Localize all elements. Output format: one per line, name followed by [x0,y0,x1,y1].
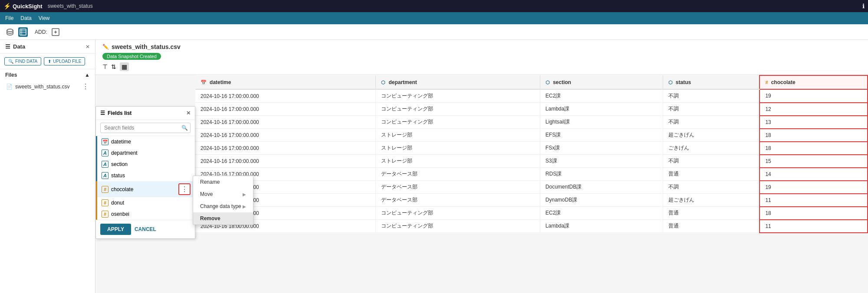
table-cell: 12 [760,103,868,116]
table-cell: データベース部 [376,194,540,207]
table-row: 2024-10-16 18:00:00.000コンピューティング部EC2課普通1… [195,207,868,220]
file-options-icon[interactable]: ⋮ [82,82,89,91]
context-menu-item[interactable]: Remove [193,212,253,225]
field-item[interactable]: # chocolate ⋮ [96,181,195,197]
table-cell: 19 [760,89,868,103]
content-toolbar: ⊤ ⇅ ▦ [102,62,861,71]
file-name: sweets_with_status.csv [15,84,69,90]
find-data-icon: 🔍 [8,59,13,64]
table-cell: 14 [760,168,868,181]
field-type-icon: # [102,199,108,206]
table-row: 2024-10-16 17:00:00.000ストレージ部S3課不調15 [195,155,868,168]
filter-icon[interactable]: ⊤ [102,63,108,70]
column-header[interactable]: 📅 datetime [195,75,376,89]
field-list: 📅 datetime A department A section A stat… [96,136,195,220]
title-filename: sweets_with_status [48,3,93,9]
field-type-icon: 📅 [102,138,108,145]
files-section: Files ▲ 📄 sweets_with_status.csv ⋮ [0,69,95,95]
pencil-icon[interactable]: ✏️ [102,44,109,50]
files-list: 📄 sweets_with_status.csv ⋮ [5,81,90,92]
field-item[interactable]: A status [96,170,195,181]
column-header[interactable]: ⬡ department [376,75,540,89]
app-name: QuickSight [13,3,43,10]
field-item[interactable]: A department [96,147,195,159]
table-row: 2024-10-16 17:00:00.000データベース部RDS課普通14 [195,168,868,181]
search-input[interactable] [100,123,191,133]
dataset-icon[interactable] [18,27,28,37]
field-item[interactable]: # osenbei [96,208,195,220]
help-icon[interactable]: ℹ [862,3,865,10]
column-header[interactable]: ⬡ section [540,75,663,89]
fields-panel-title: Fields list [108,110,132,116]
table-cell: コンピューティング部 [376,116,540,129]
add-label: ADD: [35,29,47,35]
table-cell: 18 [760,207,868,220]
menu-file[interactable]: File [5,15,13,21]
table-row: 2024-10-16 17:00:00.000ストレージ部FSx課ごきげん18 [195,142,868,155]
table-cell: コンピューティング部 [376,220,540,233]
field-item-content: 📅 datetime [102,138,131,145]
sidebar: ☰ Data ✕ 🔍 FIND DATA ⬆ UPLOAD FILE Files… [0,40,95,293]
table-cell: Lightsail課 [540,116,663,129]
data-table-wrapper[interactable]: 📅 datetime⬡ department⬡ section⬡ status#… [195,75,868,293]
grid-icon[interactable]: ▦ [120,62,129,71]
table-row: 2024-10-16 18:00:00.000コンピューティング部Lambda課… [195,220,868,233]
fields-panel-close-icon[interactable]: ✕ [186,110,191,116]
app-logo: ⚡ QuickSight [3,3,43,10]
column-header[interactable]: ⬡ status [663,75,760,89]
table-cell: EC2課 [540,89,663,103]
table-row: 2024-10-16 17:00:00.000ストレージ部EFS課超ごきげん18 [195,129,868,142]
table-cell: 2024-10-16 17:00:00.000 [195,89,376,103]
context-menu-item[interactable]: Change data type▶ [193,200,253,212]
table-cell: 普通 [663,220,760,233]
table-cell: S3課 [540,155,663,168]
datasource-icon[interactable] [5,27,15,37]
context-menu-label: Change data type [200,203,241,209]
context-menu-item[interactable]: Rename [193,176,253,188]
sidebar-collapse-icon[interactable]: ☰ [5,43,10,50]
context-menu-item[interactable]: Move▶ [193,188,253,200]
table-cell: DocumentDB課 [540,181,663,194]
apply-button[interactable]: APPLY [100,224,131,235]
table-row: 2024-10-16 17:00:00.000コンピューティング部EC2課不調1… [195,89,868,103]
field-item[interactable]: 📅 datetime [96,136,195,147]
field-item[interactable]: A section [96,159,195,170]
data-table: 📅 datetime⬡ department⬡ section⬡ status#… [195,75,868,233]
cancel-button[interactable]: CANCEL [135,224,156,235]
table-cell: 普通 [663,168,760,181]
menu-view[interactable]: View [39,15,50,21]
fields-search-section: 🔍 [96,120,195,136]
menu-bar: File Data View [0,12,868,24]
svg-rect-2 [20,29,26,35]
list-item[interactable]: 📄 sweets_with_status.csv ⋮ [5,81,90,92]
add-calculated-icon[interactable] [51,27,60,37]
column-dim-icon: ⬡ [668,80,674,85]
find-data-button[interactable]: 🔍 FIND DATA [4,57,41,65]
field-options-icon[interactable]: ⋮ [178,183,191,195]
sort-icon[interactable]: ⇅ [111,63,116,70]
table-cell: Lambda課 [540,103,663,116]
table-cell: EC2課 [540,207,663,220]
table-row: 2024-10-16 17:00:00.000データベース部DocumentDB… [195,181,868,194]
sidebar-close-icon[interactable]: ✕ [85,44,90,50]
field-item[interactable]: # donut [96,197,195,208]
field-type-icon: A [102,161,108,168]
table-cell: Lambda課 [540,220,663,233]
upload-file-button[interactable]: ⬆ UPLOAD FILE [44,57,85,65]
field-name: status [111,173,125,179]
files-header[interactable]: Files ▲ [5,72,90,78]
table-body: 2024-10-16 17:00:00.000コンピューティング部EC2課不調1… [195,89,868,233]
context-menu-label: Move [200,191,213,197]
file-icon: 📄 [6,84,13,90]
column-num-icon: # [765,80,769,85]
field-item-content: A department [102,150,138,156]
table-cell: ストレージ部 [376,155,540,168]
chevron-right-icon: ▶ [243,204,246,209]
menu-data[interactable]: Data [20,15,31,21]
column-header[interactable]: # chocolate [760,75,868,89]
column-name: datetime [210,79,231,85]
column-dim-icon: 📅 [201,80,208,85]
content-filename-text: sweets_with_status.csv [112,43,181,50]
table-cell: EFS課 [540,129,663,142]
field-item-content: # donut [102,199,124,206]
